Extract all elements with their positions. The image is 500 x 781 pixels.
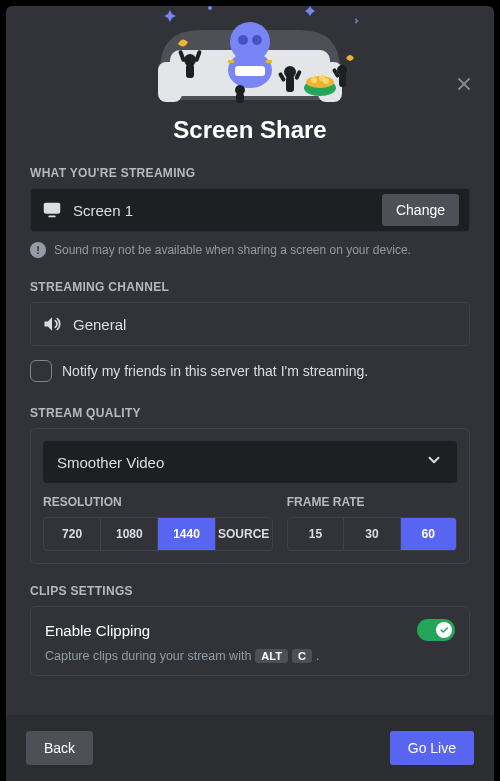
streaming-channel-name: General: [73, 316, 459, 333]
svg-rect-30: [48, 216, 55, 218]
resolution-segmented: 720 1080 1440 SOURCE: [43, 517, 273, 551]
audio-warning-text: Sound may not be available when sharing …: [54, 243, 411, 257]
toggle-knob: [436, 622, 452, 638]
svg-point-24: [323, 78, 329, 84]
chevron-down-icon: [425, 451, 443, 473]
streaming-channel-row[interactable]: General: [30, 302, 470, 346]
enable-clipping-title: Enable Clipping: [45, 622, 150, 639]
change-source-button[interactable]: Change: [382, 194, 459, 226]
framerate-segmented: 15 30 60: [287, 517, 457, 551]
stream-quality-panel: Smoother Video RESOLUTION 720 1080 1440 …: [30, 428, 470, 564]
svg-rect-1: [158, 62, 182, 102]
stream-quality-label: STREAM QUALITY: [30, 406, 470, 420]
modal-footer: Back Go Live: [6, 715, 494, 781]
resolution-label: RESOLUTION: [43, 495, 273, 509]
quality-preset-dropdown[interactable]: Smoother Video: [43, 441, 457, 483]
close-button[interactable]: [452, 72, 476, 96]
svg-rect-7: [235, 66, 265, 76]
framerate-option-60[interactable]: 60: [401, 518, 456, 550]
svg-rect-15: [286, 76, 294, 92]
volume-icon: [41, 313, 63, 335]
enable-clipping-toggle[interactable]: [417, 619, 455, 641]
framerate-option-30[interactable]: 30: [344, 518, 400, 550]
clips-description: Capture clips during your stream with AL…: [45, 649, 455, 663]
notify-friends-label: Notify my friends in this server that I'…: [62, 363, 368, 379]
svg-point-5: [238, 35, 248, 45]
resolution-option-source[interactable]: SOURCE: [216, 518, 272, 550]
resolution-option-1080[interactable]: 1080: [101, 518, 158, 550]
svg-point-22: [311, 77, 317, 83]
svg-point-28: [208, 6, 212, 10]
clips-settings-label: CLIPS SETTINGS: [30, 584, 470, 598]
back-button[interactable]: Back: [26, 731, 93, 765]
clips-panel: Enable Clipping Capture clips during you…: [30, 606, 470, 676]
quality-preset-value: Smoother Video: [57, 454, 164, 471]
streaming-source-label: WHAT YOU'RE STREAMING: [30, 166, 470, 180]
monitor-icon: [41, 199, 63, 221]
warning-icon: !: [30, 242, 46, 258]
streaming-source-row: Screen 1 Change: [30, 188, 470, 232]
streaming-source-name: Screen 1: [73, 202, 372, 219]
svg-rect-9: [266, 60, 272, 63]
notify-friends-checkbox[interactable]: [30, 360, 52, 382]
resolution-option-1440[interactable]: 1440: [158, 518, 215, 550]
svg-point-6: [252, 35, 262, 45]
audio-warning: ! Sound may not be available when sharin…: [30, 242, 470, 258]
framerate-option-15[interactable]: 15: [288, 518, 344, 550]
modal-title: Screen Share: [30, 116, 470, 144]
hero-illustration: [6, 6, 494, 106]
notify-friends-row: Notify my friends in this server that I'…: [30, 360, 470, 382]
svg-rect-19: [236, 93, 244, 103]
hotkey-c: C: [292, 649, 312, 663]
streaming-channel-label: STREAMING CHANNEL: [30, 280, 470, 294]
svg-rect-29: [44, 203, 61, 214]
svg-rect-11: [186, 64, 194, 78]
resolution-option-720[interactable]: 720: [44, 518, 101, 550]
framerate-label: FRAME RATE: [287, 495, 457, 509]
svg-rect-26: [339, 73, 346, 87]
hotkey-alt: ALT: [255, 649, 288, 663]
go-live-button[interactable]: Go Live: [390, 731, 474, 765]
screen-share-modal: Screen Share WHAT YOU'RE STREAMING Scree…: [6, 6, 494, 781]
svg-rect-8: [228, 60, 234, 63]
